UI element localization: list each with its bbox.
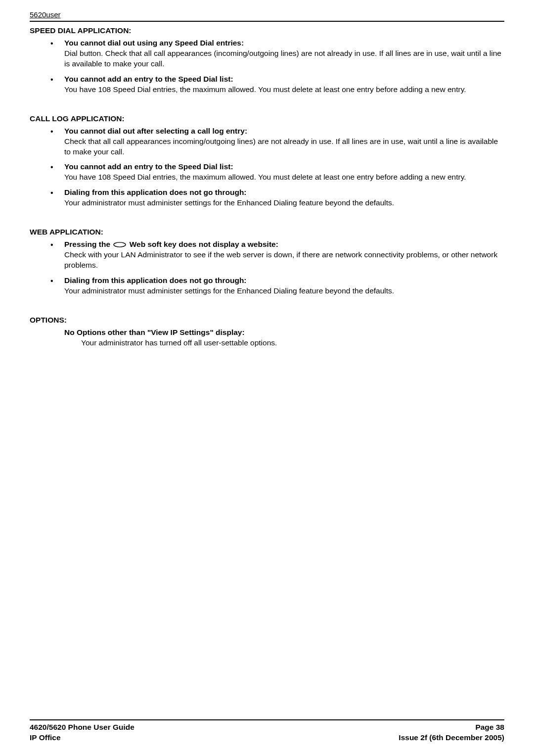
page-footer: 4620/5620 Phone User Guide Page 38 IP Of… [30, 719, 504, 743]
item-head: You cannot dial out using any Speed Dial… [64, 39, 244, 47]
item-body: Check that all call appearances incoming… [64, 137, 498, 156]
item-body: Your administrator must administer setti… [64, 198, 394, 207]
list-item: You cannot dial out using any Speed Dial… [30, 38, 504, 69]
item-head: Pressing the Web soft key does not displ… [64, 240, 278, 248]
item-head: Dialing from this application does not g… [64, 276, 247, 284]
options-block: No Options other than "View IP Settings"… [30, 328, 504, 348]
footer-left-2: IP Office [30, 733, 61, 743]
list-item: Dialing from this application does not g… [30, 276, 504, 296]
item-head: You cannot add an entry to the Speed Dia… [64, 162, 233, 171]
item-body: Check with your LAN Administrator to see… [64, 250, 497, 269]
list-item: You cannot add an entry to the Speed Dia… [30, 162, 504, 183]
header-label: 5620user [30, 10, 504, 20]
list-item: Dialing from this application does not g… [30, 188, 504, 208]
item-head: You cannot add an entry to the Speed Dia… [64, 75, 233, 83]
footer-right-2: Issue 2f (6th December 2005) [399, 733, 504, 743]
item-body: You have 108 Speed Dial entries, the max… [64, 85, 466, 94]
footer-right-1: Page 38 [475, 722, 504, 733]
section-title-speed-dial: SPEED DIAL APPLICATION: [30, 26, 504, 36]
item-head-pre: Pressing the [64, 240, 112, 248]
item-body: Your administrator must administer setti… [64, 286, 394, 295]
list-item: Pressing the Web soft key does not displ… [30, 239, 504, 271]
web-app-list: Pressing the Web soft key does not displ… [30, 239, 504, 296]
item-body: You have 108 Speed Dial entries, the max… [64, 173, 466, 181]
item-head-post: Web soft key does not display a website: [130, 240, 278, 248]
softkey-icon [113, 240, 126, 250]
svg-point-0 [114, 242, 126, 246]
section-title-web-app: WEB APPLICATION: [30, 227, 504, 237]
list-item: You cannot add an entry to the Speed Dia… [30, 74, 504, 95]
header-rule [30, 21, 504, 22]
section-title-options: OPTIONS: [30, 315, 504, 326]
item-head: You cannot dial out after selecting a ca… [64, 127, 247, 135]
call-log-list: You cannot dial out after selecting a ca… [30, 126, 504, 208]
speed-dial-list: You cannot dial out using any Speed Dial… [30, 38, 504, 95]
list-item: You cannot dial out after selecting a ca… [30, 126, 504, 157]
options-body: Your administrator has turned off all us… [64, 338, 504, 348]
footer-rule [30, 719, 504, 720]
section-title-call-log: CALL LOG APPLICATION: [30, 114, 504, 124]
options-head: No Options other than "View IP Settings"… [64, 328, 504, 338]
item-head: Dialing from this application does not g… [64, 188, 247, 196]
item-body: Dial button. Check that all call appeara… [64, 49, 501, 68]
footer-left-1: 4620/5620 Phone User Guide [30, 722, 134, 733]
